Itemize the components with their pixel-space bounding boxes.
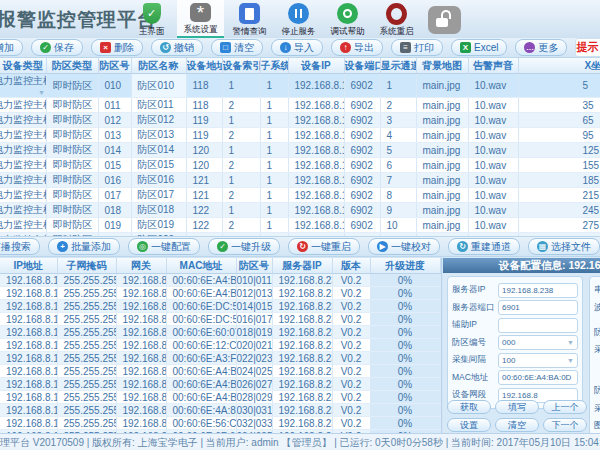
more-button[interactable]: … 更多 bbox=[515, 39, 567, 56]
table-cell[interactable]: 0% bbox=[370, 391, 440, 404]
table-cell[interactable]: 0% bbox=[370, 326, 440, 339]
zone-number-select[interactable] bbox=[498, 335, 578, 350]
table-cell[interactable]: 3 bbox=[380, 113, 416, 128]
table-cell[interactable]: 0% bbox=[370, 300, 440, 313]
fill-button[interactable]: 填写 bbox=[495, 400, 539, 414]
table-row[interactable]: 电力监控主机即时防区019防区01912221192.168.8.1226902… bbox=[0, 218, 600, 233]
table-row[interactable]: 电力监控主机即时防区012防区01211911192.168.8.1196902… bbox=[0, 113, 600, 128]
table-cell[interactable]: 192.168.8.118 bbox=[0, 274, 57, 287]
table-cell[interactable]: 00:60:6E:DC:51:E4 bbox=[166, 313, 236, 326]
table-row[interactable]: 192.168.8.125255.255.255.0192.168.8.100:… bbox=[0, 365, 440, 378]
table-cell[interactable]: 192.168.8.1 bbox=[116, 274, 166, 287]
one-key-restart-button[interactable]: ↻ 一键重启 bbox=[288, 238, 360, 255]
table-cell[interactable]: V0.2 bbox=[332, 365, 370, 378]
table-cell[interactable]: 1 bbox=[260, 218, 288, 233]
table-cell[interactable]: 018|019 bbox=[236, 326, 272, 339]
table-cell[interactable]: V0.2 bbox=[332, 378, 370, 391]
table-cell[interactable]: 013 bbox=[98, 128, 131, 143]
table-cell[interactable]: 192.168.8.121 bbox=[0, 313, 57, 326]
table-cell[interactable]: 192.168.8.238 bbox=[272, 287, 332, 300]
column-header[interactable]: 设备IP bbox=[288, 58, 344, 74]
table-cell[interactable]: 10.wav bbox=[468, 173, 518, 188]
table-cell[interactable]: 192.168.8.1 bbox=[116, 417, 166, 430]
table-cell[interactable]: main.jpg bbox=[416, 158, 468, 173]
table-cell[interactable]: 0% bbox=[370, 313, 440, 326]
table-cell[interactable]: 255.255.255.0 bbox=[57, 287, 116, 300]
table-cell[interactable]: main.jpg bbox=[416, 188, 468, 203]
table-cell[interactable]: 电力监控主机 bbox=[0, 188, 46, 203]
server-port-input[interactable] bbox=[498, 300, 578, 315]
table-row[interactable]: 192.168.8.122255.255.255.0192.168.8.100:… bbox=[0, 326, 440, 339]
column-header[interactable]: MAC地址 bbox=[166, 258, 236, 274]
one-key-upgrade-button[interactable]: ✓ 一键升级 bbox=[208, 238, 280, 255]
table-cell[interactable]: 010|011 bbox=[236, 274, 272, 287]
table-cell[interactable]: 电力监控主机 bbox=[0, 98, 46, 113]
table-cell[interactable]: 00:60:6E:A3:FA:6D bbox=[166, 352, 236, 365]
table-cell[interactable]: 255.255.255.0 bbox=[57, 339, 116, 352]
column-header[interactable]: X坐标 bbox=[518, 58, 600, 74]
table-cell[interactable]: 0% bbox=[370, 365, 440, 378]
table-row[interactable]: 192.168.8.120255.255.255.0192.168.8.100:… bbox=[0, 300, 440, 313]
excel-button[interactable]: X Excel bbox=[451, 39, 507, 56]
table-cell[interactable]: 012 bbox=[98, 113, 131, 128]
table-cell[interactable]: main.jpg bbox=[416, 128, 468, 143]
table-cell[interactable]: 即时防区 bbox=[46, 173, 98, 188]
table-cell[interactable]: 275 bbox=[518, 218, 600, 233]
print-button[interactable]: ≡ 打印 bbox=[391, 39, 443, 56]
table-cell[interactable]: 即时防区 bbox=[46, 188, 98, 203]
table-row[interactable]: 192.168.8.127255.255.255.0192.168.8.100:… bbox=[0, 391, 440, 404]
table-cell[interactable]: 即时防区 bbox=[46, 74, 98, 98]
table-cell[interactable]: 6902 bbox=[344, 74, 380, 98]
clear-button[interactable]: □ 清空 bbox=[211, 39, 263, 56]
table-cell[interactable]: 192.168.8.1 bbox=[116, 326, 166, 339]
table-cell[interactable]: 00:60:6E:4A:8A:1D bbox=[166, 404, 236, 417]
table-row[interactable]: 电力监控主机即时防区013防区01311921192.168.8.1196902… bbox=[0, 128, 600, 143]
table-cell[interactable]: 018 bbox=[98, 203, 131, 218]
table-cell[interactable]: 6902 bbox=[344, 158, 380, 173]
table-cell[interactable]: 192.168.8.238 bbox=[272, 313, 332, 326]
table-row[interactable]: 192.168.8.118255.255.255.0192.168.8.100:… bbox=[0, 274, 440, 287]
table-cell[interactable]: 192.168.8.119 bbox=[288, 128, 344, 143]
table-cell[interactable]: 192.168.8.1 bbox=[116, 365, 166, 378]
table-cell[interactable]: 2 bbox=[380, 98, 416, 113]
column-header[interactable]: 设备端口 bbox=[344, 58, 380, 74]
table-cell[interactable]: V0.2 bbox=[332, 313, 370, 326]
table-cell[interactable]: 192.168.8.119 bbox=[288, 113, 344, 128]
delete-button[interactable]: × 删除 bbox=[91, 39, 143, 56]
table-cell[interactable]: 125 bbox=[518, 143, 600, 158]
table-cell[interactable]: main.jpg bbox=[416, 113, 468, 128]
table-cell[interactable]: 255.255.255.0 bbox=[57, 378, 116, 391]
column-header[interactable]: 设备地址 bbox=[186, 58, 222, 74]
batch-add-button[interactable]: + 批量添加 bbox=[48, 238, 120, 255]
tab-system-restart[interactable]: 系统重启 bbox=[373, 0, 420, 38]
table-cell[interactable]: 0% bbox=[370, 378, 440, 391]
table-cell[interactable]: 电力监控主机 bbox=[0, 143, 46, 158]
table-cell[interactable]: 015 bbox=[98, 158, 131, 173]
table-cell[interactable]: 192.168.8.238 bbox=[272, 339, 332, 352]
table-cell[interactable]: 192.168.8.127 bbox=[0, 391, 57, 404]
table-cell[interactable]: 00:60:6E:60:07:8E bbox=[166, 326, 236, 339]
table-cell[interactable]: 1 bbox=[222, 113, 260, 128]
table-cell[interactable]: 防区011 bbox=[131, 98, 186, 113]
tab-system-settings[interactable]: * 系统设置 bbox=[177, 0, 224, 38]
tab-main[interactable]: ✓ 主界面 bbox=[128, 0, 175, 38]
table-cell[interactable]: 192.168.8.124 bbox=[0, 352, 57, 365]
table-cell[interactable]: 192.168.8.121 bbox=[288, 188, 344, 203]
undo-button[interactable]: ↺ 撤销 bbox=[151, 39, 203, 56]
table-cell[interactable]: 6902 bbox=[344, 203, 380, 218]
table-cell[interactable]: 192.168.8.1 bbox=[116, 313, 166, 326]
table-cell[interactable]: V0.2 bbox=[332, 300, 370, 313]
table-cell[interactable]: 120 bbox=[186, 143, 222, 158]
table-row[interactable]: 电力监控主机即时防区016防区01612111192.168.8.1216902… bbox=[0, 173, 600, 188]
table-cell[interactable]: 电力监控主机 bbox=[0, 113, 46, 128]
table-cell[interactable]: 0% bbox=[370, 417, 440, 430]
table-cell[interactable]: 1 bbox=[260, 203, 288, 218]
import-button[interactable]: ↓ 导入 bbox=[271, 39, 323, 56]
table-cell[interactable]: 192.168.8.238 bbox=[272, 326, 332, 339]
table-cell[interactable]: 1 bbox=[222, 74, 260, 98]
table-cell[interactable]: 1 bbox=[260, 173, 288, 188]
table-cell[interactable]: 6902 bbox=[344, 143, 380, 158]
table-cell[interactable]: 255.255.255.0 bbox=[57, 326, 116, 339]
column-header[interactable]: 子系统 bbox=[260, 58, 288, 74]
table-cell[interactable]: 255.255.255.0 bbox=[57, 365, 116, 378]
